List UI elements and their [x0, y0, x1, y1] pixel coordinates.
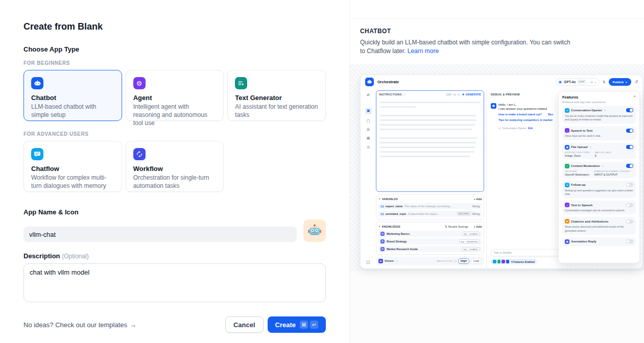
globe-icon: ◎ — [367, 145, 370, 149]
rerank-settings-button: ⇅ Rerank Settings — [445, 225, 468, 228]
meta-value: Image, Docs — [565, 154, 590, 157]
variables-icon: {x} — [453, 93, 456, 96]
feature-dot-icon — [506, 260, 510, 263]
skeleton-line — [379, 142, 476, 144]
app-type-card-chatflow[interactable]: Chatflow Workflow for complex multi-turn… — [23, 141, 122, 192]
file-upload-icon: ▣ — [565, 145, 569, 150]
annotation-reply-icon: ▣ — [565, 239, 569, 244]
knowledge-badge: HQ · INVERTED — [459, 239, 480, 243]
card-description: Intelligent agent with reasoning and aut… — [133, 103, 217, 127]
text-to-speech-icon: ♫ — [565, 203, 569, 207]
info-icon: ⓘ — [454, 259, 457, 262]
feature-name: Annotation Reply — [571, 240, 597, 243]
cancel-button[interactable]: Cancel — [225, 316, 264, 333]
cmd-key-icon: ⌘ — [300, 321, 308, 329]
features-list: ⊙Conversation OpenerⓘYou are an entity e… — [562, 106, 636, 246]
feature-name: Follow-up — [571, 183, 585, 186]
templates-link[interactable]: No ideas? Check out our templates → — [23, 321, 136, 329]
knowledge-name: Marketing Basics — [387, 232, 410, 235]
knowledge-panel: ∨ KNOWLEDGE ⇅ Rerank Settings + Add ▤Mar… — [376, 222, 484, 255]
chevron-down-icon: ∨ — [378, 198, 380, 200]
app-type-preview-panel: CHATBOT Quickly build an LLM-based chatb… — [350, 0, 644, 343]
knowledge-label: KNOWLEDGE — [382, 225, 400, 228]
chevron-down-icon: ∨ — [625, 81, 627, 84]
instructions-label: INSTRUCTIONS — [379, 93, 402, 96]
preview-top-band — [350, 0, 644, 19]
speech-to-text-icon: ♪ — [565, 128, 569, 133]
chat-input: Talk to DifyBot — [491, 249, 561, 256]
meta-value: OpenAI Moderation — [565, 173, 589, 176]
model-name: GPT-4o — [564, 80, 576, 84]
content-moderation-icon: ✓ — [565, 164, 569, 168]
description-textarea[interactable]: chat with vllm model — [23, 263, 326, 302]
feature-toggle — [626, 183, 633, 187]
feature-item-header: ▣Annotation Reply — [565, 239, 633, 244]
skeleton-line — [379, 106, 416, 108]
app-type-card-chatbot[interactable]: Chatbot LLM-based chatbot with simple se… — [23, 70, 122, 121]
opener-label: Conversation Opener — [502, 127, 527, 130]
chatbot-robot-icon — [31, 77, 43, 89]
feature-dot-icon — [497, 260, 501, 263]
preview-sidebar: ⇄▣▢☰▤◎▢ — [361, 89, 376, 268]
features-subtitle: Enhance web app user experience — [562, 101, 636, 104]
app-icon-picker[interactable] — [303, 219, 326, 242]
citations-icon: ⚑ — [565, 219, 569, 224]
skeleton-line — [379, 129, 472, 131]
variable-key: expert_name — [386, 205, 403, 208]
variable-key: unrelated_topic — [386, 212, 407, 215]
knowledge-name: Market Research Guide — [387, 248, 418, 251]
preview-description: Quickly build an LLM-based chatbot with … — [360, 38, 575, 56]
feature-item-header: ⚑Citations and Attributions — [565, 219, 633, 224]
edit-link: Edit — [528, 127, 533, 130]
model-mode-badge: CHAT — [577, 80, 586, 84]
feature-toggle — [626, 203, 633, 207]
feature-item: ♫Text to SpeechConversation messages can… — [562, 201, 636, 214]
variables-label: VARIABLES — [382, 198, 398, 201]
preview-info: CHATBOT Quickly build an LLM-based chatb… — [350, 19, 644, 64]
app-type-card-workflow[interactable]: Workflow Orchestration for single-turn a… — [126, 141, 224, 192]
info-icon: ⓘ — [395, 259, 398, 262]
beginner-app-type-cards: Chatbot LLM-based chatbot with simple se… — [23, 70, 326, 121]
create-button[interactable]: Create ⌘ ↵ — [268, 316, 326, 333]
knowledge-row: ▤Brand StrategyHQ · INVERTED — [378, 238, 482, 244]
feature-name: Text to Speech — [571, 204, 592, 207]
info-icon: ⓘ — [403, 93, 406, 96]
variable-row: {x}expert_nameThe name of the strategic … — [378, 203, 482, 209]
knowledge-rows: ▤Marketing BasicsHQ · HYBRID▤Brand Strat… — [378, 231, 482, 252]
advanced-app-type-cards: Chatflow Workflow for complex multi-turn… — [23, 141, 326, 192]
card-title: Chatflow — [31, 165, 114, 173]
feature-item-header: ♪Speech to Text — [565, 128, 633, 133]
card-description: LLM-based chatbot with simple setup — [31, 103, 114, 119]
card-description: Workflow for complex multi-turn dialogue… — [31, 174, 114, 190]
variable-row: {x}unrelated_topicA placeholder for topi… — [378, 211, 482, 217]
mic-icon: ♪ — [588, 81, 589, 84]
card-title: Agent — [133, 94, 217, 102]
feature-toggle — [626, 164, 633, 168]
app-type-card-text-generator[interactable]: Text Generator AI assistant for text gen… — [227, 70, 326, 121]
feature-name: Conversation Opener — [571, 109, 602, 112]
card-description: AI assistant for text generation tasks — [235, 103, 318, 119]
toggle-knob — [627, 220, 630, 223]
description-optional-text: (Optional) — [62, 253, 89, 260]
feature-item: ⊙Conversation OpenerⓘYou are an entity e… — [562, 106, 636, 124]
arrow-right-icon: → — [130, 321, 136, 329]
publish-button: Publish ∨ — [609, 78, 632, 86]
feature-meta-col: ENABLED MODERATE CONTENTINPUT & OUTPUT — [594, 170, 630, 176]
resolution-option-high: High — [458, 258, 469, 264]
info-icon: ⓘ — [589, 146, 591, 149]
info-icon: ⓘ — [604, 109, 606, 112]
feature-meta-col: PROVIDEROpenAI Moderation — [565, 170, 589, 176]
card-title: Text Generator — [235, 94, 318, 102]
app-name-input[interactable] — [23, 227, 297, 242]
toggle-knob — [627, 240, 630, 243]
preview-config-column: INSTRUCTIONS ⓘ 2182 {x} ◫ GENERATE — [376, 89, 486, 268]
learn-more-link[interactable]: Learn more — [408, 47, 439, 55]
description-label-text: Description — [23, 252, 60, 260]
preview-description-text: Quickly build an LLM-based chatbot with … — [360, 39, 570, 55]
knowledge-badge: HQ · HYBRID — [462, 232, 480, 236]
document-icon: ▤ — [367, 136, 370, 140]
bot-avatar — [491, 103, 496, 109]
feature-item-header: ✓Content Moderationⓘ — [565, 164, 633, 168]
close-icon: × — [633, 94, 636, 99]
app-type-card-agent[interactable]: ⚙ Agent Intelligent agent with reasoning… — [126, 70, 224, 121]
